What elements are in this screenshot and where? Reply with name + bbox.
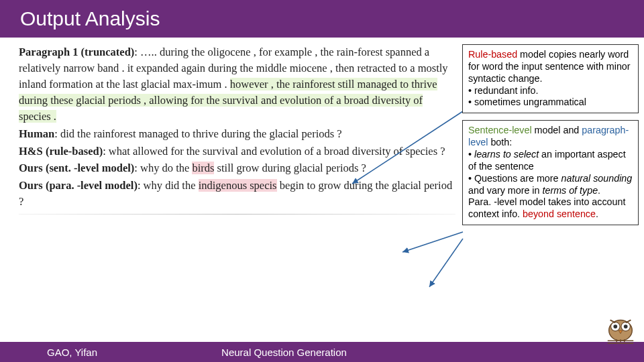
notes-column: Rule-based model copies nearly word for … bbox=[460, 38, 644, 342]
para-highlight: indigenous specis bbox=[199, 179, 277, 192]
human-text: : did the rainforest managed to thrive d… bbox=[54, 127, 341, 140]
note-box-rule-based: Rule-based model copies nearly word for … bbox=[462, 44, 639, 113]
footer-title: Neural Question Generation bbox=[221, 347, 347, 358]
sent-post: still grow during glacial periods ? bbox=[214, 162, 366, 174]
note2-key1: Sentence-level bbox=[468, 125, 532, 135]
sent-pre: : why do the bbox=[134, 162, 192, 174]
svg-point-6 bbox=[613, 324, 617, 328]
para-pre: : why did the bbox=[138, 179, 199, 192]
svg-point-7 bbox=[624, 324, 628, 328]
note-box-neural: Sentence-level model and paragraph-level… bbox=[462, 120, 639, 225]
note1-bullet1: • redundant info. bbox=[468, 85, 538, 96]
human-entry: Human: did the rainforest managed to thr… bbox=[19, 126, 455, 142]
hs-label: H&S (rule-based) bbox=[19, 145, 103, 158]
sent-label: Ours (sent. -level model) bbox=[19, 162, 134, 174]
slide-title: Output Analysis bbox=[20, 7, 160, 30]
note2-l2post: . bbox=[596, 208, 598, 219]
footer-author: GAO, Yifan bbox=[47, 347, 97, 358]
para-label: Ours (para. -level model) bbox=[19, 179, 138, 192]
note1-key: Rule-based bbox=[468, 49, 517, 60]
hs-text: : what allowed for the survival and evol… bbox=[103, 145, 445, 158]
note2-t1: model and bbox=[532, 125, 582, 135]
hs-entry: H&S (rule-based): what allowed for the s… bbox=[19, 143, 455, 160]
note2-t2: both: bbox=[488, 137, 512, 147]
note2-b1pre: • bbox=[468, 149, 474, 160]
divider-line bbox=[19, 214, 455, 215]
header-bar: Output Analysis bbox=[0, 0, 644, 38]
sent-entry: Ours (sent. -level model): why do the bi… bbox=[19, 160, 455, 176]
note2-b2post: . bbox=[598, 185, 600, 196]
note2-l2em: beyond sentence bbox=[523, 208, 596, 219]
human-label: Human bbox=[19, 127, 54, 140]
note2-b1em: learns to select bbox=[474, 149, 539, 160]
note2-b2em: natural sounding bbox=[561, 173, 633, 184]
content-area: Paragraph 1 (truncated): ….. during the … bbox=[0, 38, 644, 342]
note2-b2mid: and vary more in bbox=[468, 185, 542, 196]
owl-icon bbox=[601, 311, 640, 345]
note2-b2em2: terms of type bbox=[542, 185, 598, 196]
footer-bar: GAO, Yifan Neural Question Generation bbox=[0, 342, 644, 362]
para-entry: Ours (para. -level model): why did the i… bbox=[19, 178, 455, 210]
sent-highlight: birds bbox=[192, 162, 214, 174]
note1-bullet2: • sometimes ungrammatical bbox=[468, 97, 586, 107]
example-column: Paragraph 1 (truncated): ….. during the … bbox=[0, 38, 460, 342]
note2-b2pre: • Questions are more bbox=[468, 173, 561, 184]
paragraph-block: Paragraph 1 (truncated): ….. during the … bbox=[19, 44, 455, 125]
paragraph-label: Paragraph 1 (truncated) bbox=[19, 46, 134, 58]
